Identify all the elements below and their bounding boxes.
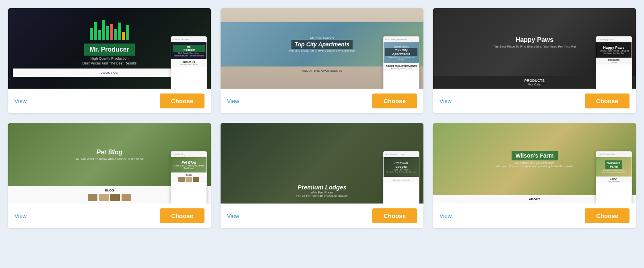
template-card-wilsons-farm: Wilson's Farm We Believe in Organic Prod…	[433, 123, 636, 228]
mobile-hero-dark: Mr.Producer High Quality Production Best…	[171, 42, 206, 59]
card-footer-luxury-apartments: View Choose	[221, 89, 423, 113]
mobile-thumb-3	[193, 177, 199, 182]
mr-producer-title: Mr. Producer	[84, 44, 135, 56]
choose-button-happy-paws[interactable]: Choose	[585, 93, 630, 108]
view-button-happy-paws[interactable]: View	[440, 98, 452, 104]
mobile-hero-farm: Wilson's Farm We Believe in Organic Prod…	[596, 157, 632, 177]
view-button-mr-producer[interactable]: View	[14, 98, 27, 104]
mobile-hero-paws: Happy Paws The Best Place To Find Everyt…	[596, 42, 632, 58]
mobile-farm-about: ABOUT Farm information	[596, 177, 632, 183]
template-card-premium-lodges: Premium Lodges With Fair Prices Visit Us…	[221, 123, 423, 228]
mr-producer-subtitle: High Quality Production	[91, 56, 129, 60]
mobile-hero-apt: Majestic Houses Top City Apartments Walk…	[384, 42, 419, 63]
choose-button-pet-blog[interactable]: Choose	[160, 208, 204, 223]
mobile-thumb-2	[186, 177, 192, 182]
music-bars	[90, 20, 129, 40]
blog-thumb-4	[122, 194, 131, 201]
card-footer-mr-producer: View Choose	[8, 89, 211, 113]
card-preview-wilsons-farm: Wilson's Farm We Believe in Organic Prod…	[433, 123, 636, 204]
template-card-luxury-apartments: Majestic Houses Top City Apartments Walk…	[221, 8, 423, 113]
view-button-wilsons-farm[interactable]: View	[440, 213, 452, 219]
card-footer-premium-lodges: View Choose	[221, 204, 423, 228]
mobile-about-apt: ABOUT THE APARTMENTS About the apartment…	[384, 63, 419, 71]
mobile-products: PRODUCTS For Cats	[596, 58, 632, 64]
card-preview-luxury-apartments: Majestic Houses Top City Apartments Walk…	[221, 8, 423, 89]
bar-9	[122, 32, 125, 40]
card-preview-premium-lodges: Premium Lodges With Fair Prices Visit Us…	[221, 123, 423, 204]
bar-5	[106, 26, 109, 40]
bar-4	[102, 20, 105, 40]
card-preview-pet-blog: Pet Blog All You Want To Know About Man'…	[8, 123, 211, 204]
mobile-top-bar-farm: Wilson's Farm	[596, 152, 632, 157]
template-card-pet-blog: Pet Blog All You Want To Know About Man'…	[8, 123, 211, 228]
mobile-blog-section: BLOG	[171, 172, 206, 183]
view-button-premium-lodges[interactable]: View	[227, 213, 239, 219]
bar-10	[126, 25, 129, 40]
mobile-thumb-1	[178, 177, 185, 182]
card-footer-wilsons-farm: View Choose	[433, 204, 636, 228]
view-button-luxury-apartments[interactable]: View	[227, 98, 239, 104]
mr-producer-subtitle2: Best Prices And The Best Results	[83, 61, 136, 65]
mobile-top-bar-pet: Pet Blog	[171, 152, 206, 157]
mobile-top-bar: Mr. Producer	[171, 37, 206, 42]
template-card-mr-producer: Mr. Producer High Quality Production Bes…	[8, 8, 211, 113]
mobile-top-bar-apt: Luxury Apartments	[384, 37, 419, 42]
card-footer-pet-blog: View Choose	[8, 204, 211, 228]
mobile-preview-wilsons-farm: Wilson's Farm Wilson's Farm We Believe i…	[596, 151, 632, 204]
bar-6	[110, 24, 113, 40]
mobile-preview-luxury-apartments: Luxury Apartments Majestic Houses Top Ci…	[383, 36, 419, 89]
card-footer-happy-paws: View Choose	[433, 89, 636, 113]
mobile-hero-pet: Pet Blog All You Want To Know About Man'…	[171, 157, 206, 172]
choose-button-wilsons-farm[interactable]: Choose	[585, 208, 630, 223]
bar-8	[118, 23, 121, 40]
blog-thumb-1	[88, 194, 97, 201]
choose-button-mr-producer[interactable]: Choose	[160, 93, 204, 108]
view-button-pet-blog[interactable]: View	[14, 213, 27, 219]
mobile-top-bar-paws: Happy Paws	[596, 37, 632, 42]
mobile-top-bar-lodges: Premium Lodges	[384, 152, 419, 157]
mobile-preview-happy-paws: Happy Paws Happy Paws The Best Place To …	[596, 36, 632, 89]
blog-thumb-3	[110, 194, 120, 201]
bar-7	[114, 29, 117, 40]
bar-1	[90, 28, 93, 40]
card-preview-happy-paws: Happy Paws The Best Place To Find Everyt…	[433, 8, 636, 89]
bar-3	[98, 30, 101, 40]
mobile-preview-pet-blog: Pet Blog Pet Blog All You Want To Know A…	[171, 151, 207, 204]
apt-title: Top City Apartments	[291, 40, 353, 49]
mobile-preview-mr-producer: Mr. Producer Mr.Producer High Quality Pr…	[171, 36, 207, 89]
mobile-blog-thumbs	[172, 177, 205, 182]
mobile-about-box: ABOUT US Information about the site	[171, 59, 206, 67]
mobile-lodges-about: Woodland vacation info	[384, 177, 419, 183]
choose-button-premium-lodges[interactable]: Choose	[372, 208, 417, 223]
template-card-happy-paws: Happy Paws The Best Place To Find Everyt…	[433, 8, 636, 113]
bar-2	[94, 22, 97, 40]
farm-title-box: Wilson's Farm	[512, 151, 558, 160]
mobile-hero-lodges: Premium Lodges With Fair Prices Visit Us…	[384, 157, 419, 177]
blog-thumb-2	[99, 194, 109, 201]
card-preview-mr-producer: Mr. Producer High Quality Production Bes…	[8, 8, 211, 89]
choose-button-luxury-apartments[interactable]: Choose	[372, 93, 417, 108]
template-grid: Mr. Producer High Quality Production Bes…	[8, 8, 636, 228]
mobile-preview-premium-lodges: Premium Lodges Premium Lodges With Fair …	[383, 151, 419, 204]
